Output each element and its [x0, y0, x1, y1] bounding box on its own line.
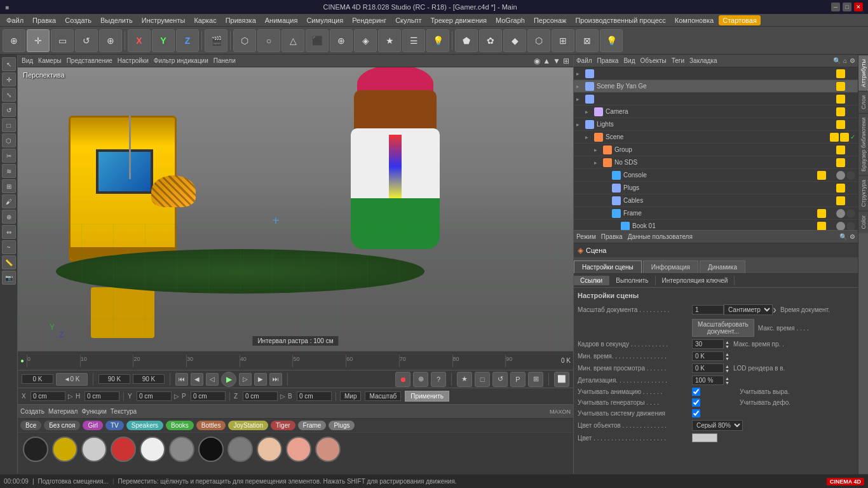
menu-item-рендеринг[interactable]: Рендеринг: [348, 15, 390, 25]
obj-dot-0-0[interactable]: [836, 69, 845, 78]
obj-row-7[interactable]: ▸No SDS: [574, 156, 858, 169]
tag-speakers[interactable]: Speakers: [126, 421, 163, 430]
vp-tab-filter[interactable]: Фильтр индикации: [154, 57, 208, 64]
props-search-icon[interactable]: 🔍: [839, 233, 847, 240]
phys-checkbox[interactable]: [692, 409, 700, 417]
anim-end-frame[interactable]: [98, 374, 130, 384]
anim-go-end[interactable]: ⏭: [269, 373, 282, 386]
menu-item-каркас[interactable]: Каркас: [190, 15, 220, 25]
menu-item-симуляция[interactable]: Симуляция: [302, 15, 347, 25]
obj-tab-edit[interactable]: Правка: [597, 57, 619, 64]
menu-item-привязка[interactable]: Привязка: [222, 15, 260, 25]
obj-arrow-2[interactable]: ▸: [576, 96, 584, 102]
props-subtab-links[interactable]: Ссылки: [574, 276, 609, 285]
tag-без слоя[interactable]: Без слоя: [44, 421, 80, 430]
toolbar-select[interactable]: ✛: [27, 29, 50, 52]
anim-max-frame[interactable]: [133, 374, 165, 384]
toolbar-film[interactable]: 🎬: [205, 29, 227, 52]
obj-dot-2-0[interactable]: [836, 95, 845, 104]
props-tab-scene-settings[interactable]: Настройки сцены: [574, 261, 642, 273]
obj-tab-view[interactable]: Вид: [623, 57, 635, 64]
menu-item-стартовая[interactable]: Стартовая: [719, 15, 761, 25]
menu-item-анимация[interactable]: Анимация: [261, 15, 302, 25]
anim-star[interactable]: ★: [457, 372, 472, 387]
tag-frame[interactable]: Frame: [298, 421, 327, 430]
anim-P[interactable]: P: [510, 372, 526, 387]
obj-dot-9-0[interactable]: [836, 184, 845, 193]
bt-texture[interactable]: Текстура: [111, 408, 137, 415]
x-position[interactable]: [31, 391, 65, 401]
obj-arrow-4[interactable]: ▸: [576, 121, 584, 128]
toolbar-more5[interactable]: ⊞: [552, 29, 574, 52]
tag-tv[interactable]: TV: [105, 421, 124, 430]
ls-spline[interactable]: ~: [2, 240, 16, 254]
ls-scale[interactable]: ⤡: [2, 88, 16, 102]
obj-dot-4-1[interactable]: [846, 120, 855, 129]
mat-swatch-8[interactable]: [257, 437, 282, 462]
ls-mirror[interactable]: ⇔: [2, 225, 16, 239]
bt-functions[interactable]: Функции: [81, 408, 106, 415]
obj-dot-11-0[interactable]: [817, 209, 826, 218]
obj-row-0[interactable]: ▸: [574, 67, 858, 80]
toolbar-more2[interactable]: ✿: [479, 29, 502, 52]
ret-tab-attributes[interactable]: Аттрибуты: [858, 55, 868, 91]
menu-item-компоновка[interactable]: Компоновка: [671, 15, 717, 25]
mat-swatch-4[interactable]: [140, 437, 165, 462]
ret-tab-layers[interactable]: Слои: [858, 91, 868, 113]
scale-mode-btn[interactable]: Масштаб: [365, 391, 401, 401]
objcolor-select[interactable]: Серый 80%: [692, 420, 743, 431]
minpreview-up[interactable]: ▲: [725, 364, 729, 369]
tag-books[interactable]: Books: [166, 421, 194, 430]
obj-row-3[interactable]: ▸Camera: [574, 105, 858, 118]
anim-timeline[interactable]: ⬜: [554, 372, 569, 387]
timeline-marks[interactable]: 0102030405060708090: [27, 355, 559, 367]
lod-up[interactable]: ▲: [725, 376, 729, 381]
anim-autokey[interactable]: ⊕: [413, 372, 428, 387]
tag-joystation[interactable]: JoyStation: [228, 421, 268, 430]
obj-row-4[interactable]: ▸Lights: [574, 118, 858, 131]
toolbar-obj6[interactable]: ◈: [354, 29, 377, 52]
obj-dot-7-0[interactable]: [836, 158, 845, 167]
obj-row-11[interactable]: Frame: [574, 207, 858, 220]
obj-row-8[interactable]: Console: [574, 169, 858, 182]
ls-camera[interactable]: 📷: [2, 271, 16, 285]
minpreview-down[interactable]: ▼: [725, 369, 729, 373]
obj-dot-12-1[interactable]: [827, 222, 836, 231]
toolbar-obj3[interactable]: △: [281, 29, 304, 52]
anim-circle[interactable]: ↺: [492, 372, 508, 387]
props-tab-dynamics[interactable]: Динамика: [700, 261, 745, 273]
ls-move[interactable]: ✛: [2, 72, 16, 86]
doc-unit-select[interactable]: Сантиметр: [724, 304, 773, 315]
ls-box[interactable]: □: [2, 118, 16, 132]
ls-knife[interactable]: ✂: [2, 149, 16, 163]
anim-prev-key[interactable]: ◁: [206, 373, 219, 386]
ret-tab-library[interactable]: Браузер библиотеки: [858, 113, 868, 175]
obj-dot-10-1[interactable]: [846, 196, 855, 205]
p-value[interactable]: [191, 391, 226, 401]
menu-item-трекер-движения[interactable]: Трекер движения: [426, 15, 491, 25]
fps-down[interactable]: ▼: [725, 344, 729, 349]
ret-tab-structure[interactable]: Структура: [858, 175, 868, 211]
mat-swatch-5[interactable]: [169, 437, 194, 462]
props-subtab-keyinterp[interactable]: Интерполяция ключей: [656, 276, 735, 285]
toolbar-more1[interactable]: ⬟: [455, 29, 478, 52]
obj-dot-5-0[interactable]: [830, 133, 839, 142]
vp-tab-presentation[interactable]: Представление: [67, 57, 112, 64]
obj-row-2[interactable]: ▸: [574, 93, 858, 105]
obj-home-icon[interactable]: ⌂: [843, 57, 847, 64]
anim-square[interactable]: □: [475, 372, 490, 387]
obj-dot-3-0[interactable]: [836, 107, 845, 116]
mat-swatch-3[interactable]: [111, 437, 136, 462]
toolbar-more6[interactable]: ⊠: [576, 29, 599, 52]
fps-up[interactable]: ▲: [725, 340, 729, 344]
toolbar-more4[interactable]: ⬡: [527, 29, 550, 52]
apply-button[interactable]: Применить: [405, 391, 449, 402]
obj-dot-1-1[interactable]: [846, 82, 855, 91]
obj-row-6[interactable]: ▸Group: [574, 144, 858, 156]
minpreview-input[interactable]: [692, 363, 724, 373]
anim-grid[interactable]: ⊞: [528, 372, 543, 387]
mintime-down[interactable]: ▼: [725, 356, 729, 361]
obj-row-12[interactable]: Book 01: [574, 220, 858, 230]
vp-icon-3[interactable]: ▼: [553, 57, 560, 65]
obj-arrow-6[interactable]: ▸: [594, 147, 602, 153]
